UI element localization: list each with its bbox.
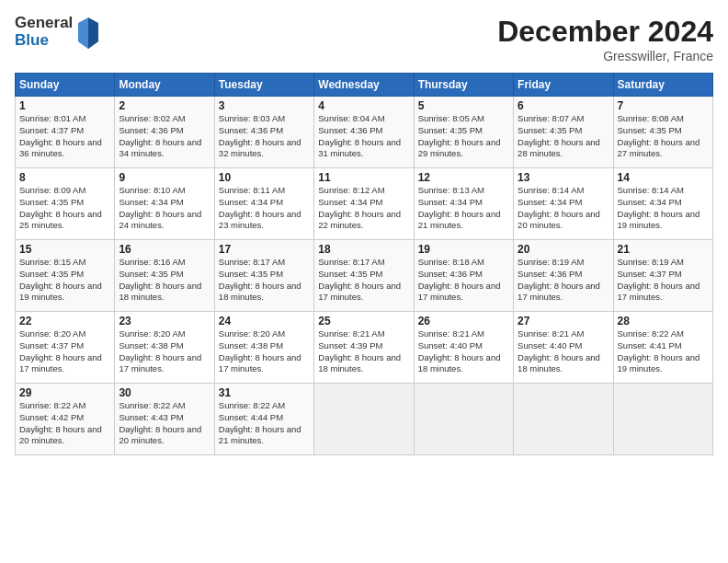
sunrise-label: Sunrise: 8:12 AM xyxy=(318,185,384,195)
daylight-label: Daylight: 8 hours and 20 minutes. xyxy=(119,424,201,446)
calendar-header-row: Sunday Monday Tuesday Wednesday Thursday… xyxy=(16,74,713,97)
sunrise-label: Sunrise: 8:21 AM xyxy=(318,328,384,339)
daylight-label: Daylight: 8 hours and 32 minutes. xyxy=(219,137,301,159)
daylight-label: Daylight: 8 hours and 28 minutes. xyxy=(518,137,600,159)
day-number: 13 xyxy=(518,171,609,184)
sunset-label: Sunset: 4:36 PM xyxy=(119,125,183,135)
day-info: Sunrise: 8:08 AM Sunset: 4:35 PM Dayligh… xyxy=(618,113,709,160)
calendar-cell: 15 Sunrise: 8:15 AM Sunset: 4:35 PM Dayl… xyxy=(16,240,115,312)
day-number: 22 xyxy=(19,315,110,327)
logo-general: General xyxy=(15,15,73,32)
calendar-week-row: 15 Sunrise: 8:15 AM Sunset: 4:35 PM Dayl… xyxy=(16,240,713,312)
daylight-label: Daylight: 8 hours and 20 minutes. xyxy=(19,424,102,446)
day-number: 8 xyxy=(19,171,110,184)
daylight-label: Daylight: 8 hours and 31 minutes. xyxy=(318,137,401,159)
day-number: 27 xyxy=(518,315,609,327)
sunrise-label: Sunrise: 8:17 AM xyxy=(219,257,285,267)
day-number: 14 xyxy=(618,171,709,184)
daylight-label: Daylight: 8 hours and 19 minutes. xyxy=(618,352,700,374)
calendar-cell: 7 Sunrise: 8:08 AM Sunset: 4:35 PM Dayli… xyxy=(613,97,712,168)
day-info: Sunrise: 8:10 AM Sunset: 4:34 PM Dayligh… xyxy=(119,185,210,232)
calendar-cell: 25 Sunrise: 8:21 AM Sunset: 4:39 PM Dayl… xyxy=(314,312,414,384)
sunrise-label: Sunrise: 8:21 AM xyxy=(418,328,484,339)
day-number: 31 xyxy=(219,386,310,399)
calendar-cell xyxy=(613,384,712,455)
calendar-cell xyxy=(314,384,414,455)
day-number: 9 xyxy=(119,171,210,184)
day-info: Sunrise: 8:22 AM Sunset: 4:44 PM Dayligh… xyxy=(219,400,310,447)
sunset-label: Sunset: 4:34 PM xyxy=(418,197,483,207)
daylight-label: Daylight: 8 hours and 21 minutes. xyxy=(418,209,501,231)
calendar-cell: 6 Sunrise: 8:07 AM Sunset: 4:35 PM Dayli… xyxy=(514,97,613,168)
col-tuesday: Tuesday xyxy=(214,74,313,97)
day-number: 7 xyxy=(618,99,709,112)
day-info: Sunrise: 8:12 AM Sunset: 4:34 PM Dayligh… xyxy=(318,185,409,232)
sunset-label: Sunset: 4:44 PM xyxy=(219,412,283,422)
sunset-label: Sunset: 4:34 PM xyxy=(318,197,382,207)
day-number: 16 xyxy=(119,243,210,256)
calendar-week-row: 29 Sunrise: 8:22 AM Sunset: 4:42 PM Dayl… xyxy=(16,384,713,455)
sunset-label: Sunset: 4:34 PM xyxy=(119,197,183,207)
day-number: 21 xyxy=(618,243,709,256)
calendar-cell: 3 Sunrise: 8:03 AM Sunset: 4:36 PM Dayli… xyxy=(214,97,313,168)
calendar-cell: 14 Sunrise: 8:14 AM Sunset: 4:34 PM Dayl… xyxy=(613,168,712,240)
calendar-cell: 5 Sunrise: 8:05 AM Sunset: 4:35 PM Dayli… xyxy=(414,97,513,168)
sunset-label: Sunset: 4:35 PM xyxy=(19,197,84,207)
sunset-label: Sunset: 4:35 PM xyxy=(318,269,382,279)
daylight-label: Daylight: 8 hours and 22 minutes. xyxy=(318,209,401,231)
sunrise-label: Sunrise: 8:20 AM xyxy=(219,328,285,339)
sunset-label: Sunset: 4:36 PM xyxy=(418,269,483,279)
day-info: Sunrise: 8:16 AM Sunset: 4:35 PM Dayligh… xyxy=(119,257,210,304)
sunrise-label: Sunrise: 8:22 AM xyxy=(119,400,185,410)
sunrise-label: Sunrise: 8:16 AM xyxy=(119,257,185,267)
sunrise-label: Sunrise: 8:08 AM xyxy=(618,113,684,123)
month-title: December 2024 xyxy=(497,15,713,49)
sunrise-label: Sunrise: 8:05 AM xyxy=(418,113,484,123)
calendar-cell: 30 Sunrise: 8:22 AM Sunset: 4:43 PM Dayl… xyxy=(115,384,214,455)
sunset-label: Sunset: 4:38 PM xyxy=(219,340,283,350)
sunrise-label: Sunrise: 8:19 AM xyxy=(618,257,684,267)
sunset-label: Sunset: 4:37 PM xyxy=(19,125,84,135)
calendar-cell xyxy=(414,384,513,455)
logo-blue: Blue xyxy=(15,32,73,50)
sunrise-label: Sunrise: 8:15 AM xyxy=(19,257,85,267)
day-number: 28 xyxy=(618,315,709,327)
calendar-cell: 4 Sunrise: 8:04 AM Sunset: 4:36 PM Dayli… xyxy=(314,97,414,168)
calendar-cell: 8 Sunrise: 8:09 AM Sunset: 4:35 PM Dayli… xyxy=(16,168,115,240)
col-saturday: Saturday xyxy=(613,74,712,97)
sunset-label: Sunset: 4:36 PM xyxy=(518,269,582,279)
daylight-label: Daylight: 8 hours and 29 minutes. xyxy=(418,137,501,159)
day-info: Sunrise: 8:22 AM Sunset: 4:42 PM Dayligh… xyxy=(19,400,110,447)
col-friday: Friday xyxy=(514,74,613,97)
day-info: Sunrise: 8:20 AM Sunset: 4:38 PM Dayligh… xyxy=(219,328,310,375)
sunrise-label: Sunrise: 8:02 AM xyxy=(119,113,185,123)
day-number: 30 xyxy=(119,386,210,399)
calendar-cell: 16 Sunrise: 8:16 AM Sunset: 4:35 PM Dayl… xyxy=(115,240,214,312)
sunset-label: Sunset: 4:35 PM xyxy=(418,125,483,135)
calendar-cell: 17 Sunrise: 8:17 AM Sunset: 4:35 PM Dayl… xyxy=(214,240,313,312)
daylight-label: Daylight: 8 hours and 18 minutes. xyxy=(518,352,600,374)
logo-icon xyxy=(74,16,102,49)
sunrise-label: Sunrise: 8:21 AM xyxy=(518,328,584,339)
daylight-label: Daylight: 8 hours and 27 minutes. xyxy=(618,137,700,159)
day-info: Sunrise: 8:20 AM Sunset: 4:37 PM Dayligh… xyxy=(19,328,110,375)
calendar-cell: 19 Sunrise: 8:18 AM Sunset: 4:36 PM Dayl… xyxy=(414,240,513,312)
daylight-label: Daylight: 8 hours and 23 minutes. xyxy=(219,209,301,231)
calendar-cell: 27 Sunrise: 8:21 AM Sunset: 4:40 PM Dayl… xyxy=(514,312,613,384)
sunrise-label: Sunrise: 8:13 AM xyxy=(418,185,484,195)
sunset-label: Sunset: 4:35 PM xyxy=(518,125,582,135)
svg-marker-2 xyxy=(78,17,88,49)
day-info: Sunrise: 8:09 AM Sunset: 4:35 PM Dayligh… xyxy=(19,185,110,232)
sunset-label: Sunset: 4:36 PM xyxy=(318,125,382,135)
daylight-label: Daylight: 8 hours and 34 minutes. xyxy=(119,137,201,159)
daylight-label: Daylight: 8 hours and 18 minutes. xyxy=(219,281,301,303)
sunset-label: Sunset: 4:40 PM xyxy=(418,340,483,350)
daylight-label: Daylight: 8 hours and 19 minutes. xyxy=(19,281,102,303)
calendar-cell: 18 Sunrise: 8:17 AM Sunset: 4:35 PM Dayl… xyxy=(314,240,414,312)
daylight-label: Daylight: 8 hours and 17 minutes. xyxy=(19,352,102,374)
calendar-cell: 31 Sunrise: 8:22 AM Sunset: 4:44 PM Dayl… xyxy=(214,384,313,455)
daylight-label: Daylight: 8 hours and 19 minutes. xyxy=(618,209,700,231)
day-info: Sunrise: 8:07 AM Sunset: 4:35 PM Dayligh… xyxy=(518,113,609,160)
calendar-cell: 23 Sunrise: 8:20 AM Sunset: 4:38 PM Dayl… xyxy=(115,312,214,384)
day-info: Sunrise: 8:21 AM Sunset: 4:39 PM Dayligh… xyxy=(318,328,409,375)
